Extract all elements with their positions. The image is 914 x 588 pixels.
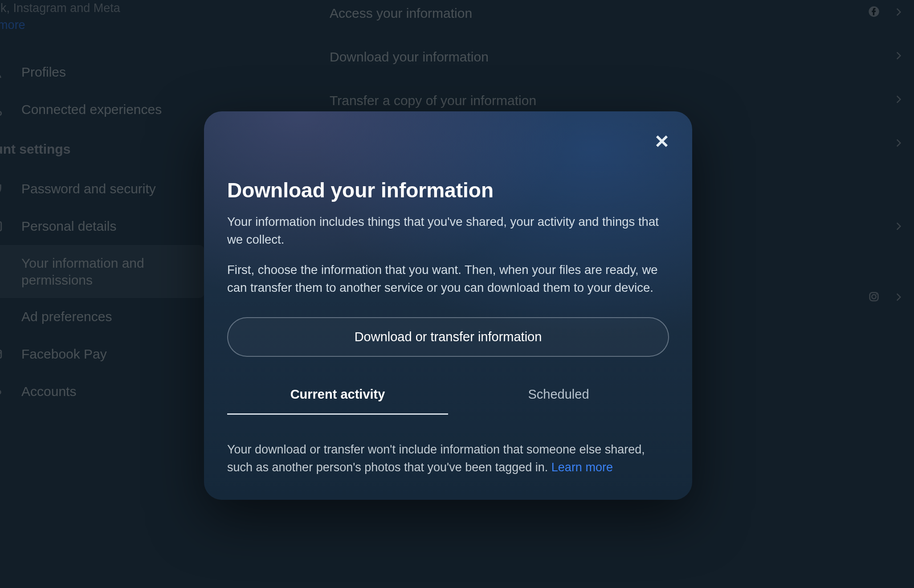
download-or-transfer-button[interactable]: Download or transfer information [227, 317, 669, 357]
tab-scheduled[interactable]: Scheduled [448, 376, 669, 415]
modal-paragraph-1: Your information includes things that yo… [227, 213, 669, 249]
modal-tabs: Current activity Scheduled [227, 376, 669, 415]
modal-footnote: Your download or transfer won't include … [227, 441, 669, 477]
download-information-modal: Download your information Your informati… [204, 111, 692, 500]
tab-current-activity[interactable]: Current activity [227, 376, 448, 415]
footnote-learn-more-link[interactable]: Learn more [551, 461, 613, 474]
close-icon [653, 133, 670, 151]
modal-paragraph-2: First, choose the information that you w… [227, 261, 669, 297]
modal-title: Download your information [227, 178, 669, 202]
close-button[interactable] [649, 129, 674, 154]
